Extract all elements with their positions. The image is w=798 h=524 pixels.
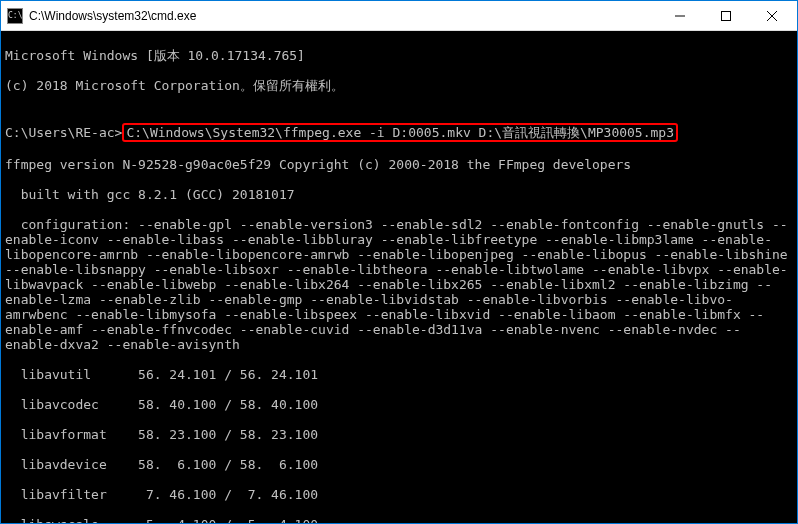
terminal-output[interactable]: Microsoft Windows [版本 10.0.17134.765] (c… (1, 31, 797, 523)
output-line: ffmpeg version N-92528-g90ac0e5f29 Copyr… (5, 157, 793, 172)
maximize-button[interactable] (703, 1, 749, 30)
output-line: configuration: --enable-gpl --enable-ver… (5, 217, 793, 352)
output-line: built with gcc 8.2.1 (GCC) 20181017 (5, 187, 793, 202)
svg-rect-1 (722, 11, 731, 20)
prompt-line: C:\Users\RE-ac>C:\Windows\System32\ffmpe… (5, 123, 793, 142)
output-line: libavfilter 7. 46.100 / 7. 46.100 (5, 487, 793, 502)
titlebar[interactable]: C:\ C:\Windows\system32\cmd.exe (1, 1, 797, 31)
minimize-button[interactable] (657, 1, 703, 30)
output-line: Microsoft Windows [版本 10.0.17134.765] (5, 48, 793, 63)
output-line: libswscale 5. 4.100 / 5. 4.100 (5, 517, 793, 523)
output-line: libavcodec 58. 40.100 / 58. 40.100 (5, 397, 793, 412)
output-line: libavutil 56. 24.101 / 56. 24.101 (5, 367, 793, 382)
prompt-prefix: C:\Users\RE-ac> (5, 125, 122, 140)
cmd-icon: C:\ (7, 8, 23, 24)
window-title: C:\Windows\system32\cmd.exe (29, 9, 657, 23)
output-line: libavformat 58. 23.100 / 58. 23.100 (5, 427, 793, 442)
window-controls (657, 1, 795, 30)
output-line: libavdevice 58. 6.100 / 58. 6.100 (5, 457, 793, 472)
highlighted-command: C:\Windows\System32\ffmpeg.exe -i D:0005… (122, 123, 678, 142)
cmd-window: C:\ C:\Windows\system32\cmd.exe Microsof… (0, 0, 798, 524)
output-line: (c) 2018 Microsoft Corporation。保留所有權利。 (5, 78, 793, 93)
close-button[interactable] (749, 1, 795, 30)
